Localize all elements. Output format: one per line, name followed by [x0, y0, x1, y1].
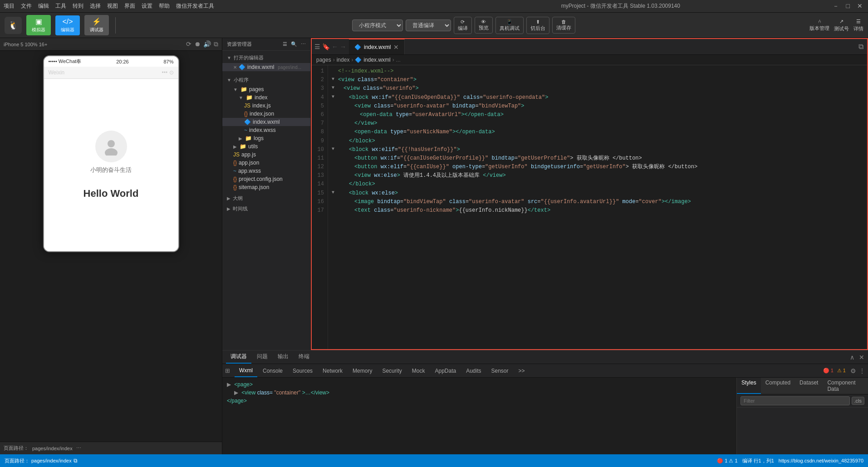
status-path-value[interactable]: pages/index/index [31, 458, 72, 463]
dt-tab-audits[interactable]: Audits [461, 364, 485, 377]
menu-interface[interactable]: 界面 [124, 2, 135, 10]
debug-tab-problems[interactable]: 问题 [252, 350, 272, 364]
folder-logs[interactable]: ▶ 📁 logs [222, 134, 310, 142]
debug-tab-output[interactable]: 输出 [273, 350, 293, 364]
maximize-button[interactable]: □ [844, 2, 852, 10]
dt-tab-console[interactable]: Console [258, 364, 287, 377]
computed-tab[interactable]: Computed [761, 378, 795, 394]
bc-index[interactable]: index [337, 57, 350, 63]
debug-tab-terminal[interactable]: 终端 [294, 350, 314, 364]
explorer-more-icon[interactable]: ⋯ [301, 41, 306, 47]
file-index-json[interactable]: {} index.json [222, 110, 310, 118]
code-area[interactable]: 1 2 3 4 5 6 7 8 9 10 11 12 13 14 [312, 65, 867, 349]
wxss-icon-2: ~ [233, 168, 236, 174]
simulator-button[interactable]: ▣ 模拟器 [26, 15, 51, 35]
menu-wechat-tools[interactable]: 微信开发者工具 [176, 2, 214, 10]
tree-item-view[interactable]: ▶ <view class= "container" >…</view> [227, 389, 732, 397]
timeline-title[interactable]: ▶ 时间线 [222, 204, 310, 214]
minimize-button[interactable]: － [831, 2, 841, 10]
editor-button[interactable]: </> 编辑器 [55, 15, 80, 35]
file-index-wxss[interactable]: ~ index.wxss [222, 126, 310, 134]
simulator-label: 模拟器 [32, 27, 45, 33]
compile-button[interactable]: ⟳ 编译 [454, 17, 472, 34]
status-errors[interactable]: 🔴 1 ⚠ 1 [717, 458, 737, 464]
background-button[interactable]: ⬆ 切后台 [526, 17, 549, 34]
file-index-js[interactable]: JS index.js [222, 102, 310, 110]
tab-settings-icon[interactable]: ☰ [314, 43, 320, 50]
dt-tab-sensor[interactable]: Sensor [487, 364, 513, 377]
tree-item-page[interactable]: ▶ <page> [227, 380, 732, 389]
split-editor-icon[interactable]: ⧉ [855, 43, 867, 51]
devtools-screen-icon[interactable]: ⊞ [225, 367, 230, 374]
status-more-icon[interactable]: ⋯ [76, 445, 81, 451]
outline-arrow: ▶ [227, 196, 230, 201]
bc-pages[interactable]: pages [316, 57, 331, 63]
preview-button[interactable]: 👁 预览 [475, 17, 493, 34]
dt-tab-network[interactable]: Network [318, 364, 347, 377]
file-project-config[interactable]: {} project.config.json [222, 175, 310, 183]
real-debug-button[interactable]: 📱 真机调试 [495, 17, 524, 34]
audio-icon[interactable]: 🔊 [203, 40, 211, 48]
details-button[interactable]: ☰ 详情 [853, 19, 863, 32]
menu-view[interactable]: 视图 [107, 2, 118, 10]
record-icon[interactable]: ⏺ [194, 40, 201, 48]
menu-select[interactable]: 选择 [90, 2, 101, 10]
explorer-menu-icon[interactable]: ☰ [283, 41, 287, 47]
open-editors-title[interactable]: ▼ 打开的编辑器 [222, 53, 310, 63]
dt-tab-sources[interactable]: Sources [288, 364, 317, 377]
rotate-icon[interactable]: ⟳ [186, 40, 191, 48]
outline-title[interactable]: ▶ 大纲 [222, 193, 310, 204]
bc-filename[interactable]: index.wxml [363, 57, 390, 63]
menu-tools[interactable]: 工具 [55, 2, 66, 10]
dt-tab-memory[interactable]: Memory [348, 364, 377, 377]
devtools-more-icon[interactable]: ⋮ [859, 367, 865, 375]
debug-tab-debugger[interactable]: 调试器 [226, 350, 251, 364]
close-button[interactable]: ✕ [855, 2, 864, 10]
tab-nav-back[interactable]: ← [332, 43, 338, 50]
dt-tab-mock[interactable]: Mock [407, 364, 430, 377]
dt-tab-security[interactable]: Security [378, 364, 406, 377]
devtools-settings-icon[interactable]: ⚙ [850, 367, 856, 375]
folder-index[interactable]: ▼ 📁 index [222, 93, 310, 102]
dt-tab-more[interactable]: >> [514, 364, 530, 377]
tab-bookmark-icon[interactable]: 🔖 [322, 43, 330, 50]
explorer-search-icon[interactable]: 🔍 [291, 41, 297, 47]
tab-nav-forward[interactable]: → [340, 43, 346, 50]
styles-filter-input[interactable] [740, 396, 850, 405]
menu-help[interactable]: 帮助 [159, 2, 170, 10]
tab-index-wxml[interactable]: 🔷 index.wxml ✕ [349, 39, 405, 54]
debugger-button[interactable]: ⚡ 调试器 [84, 15, 109, 35]
miniprogram-title[interactable]: ▼ 小程序 [222, 75, 310, 85]
file-sitemap[interactable]: {} sitemap.json [222, 183, 310, 191]
tab-close-button[interactable]: ✕ [393, 44, 399, 51]
panel-collapse-icon[interactable]: ∧ [850, 354, 854, 361]
file-app-json[interactable]: {} app.json [222, 159, 310, 167]
file-app-js[interactable]: JS app.js [222, 151, 310, 159]
menu-settings[interactable]: 设置 [142, 2, 152, 10]
dataset-tab[interactable]: Dataset [795, 378, 823, 394]
file-app-wxss[interactable]: ~ app.wxss [222, 167, 310, 175]
clear-cache-button[interactable]: 🗑 清缓存 [552, 17, 575, 34]
folder-pages[interactable]: ▼ 📁 pages [222, 85, 310, 93]
dt-tab-wxml[interactable]: Wxml [235, 364, 257, 377]
styles-tab[interactable]: Styles [737, 378, 761, 394]
folder-icon-index: 📁 [246, 94, 253, 101]
file-x-icon[interactable]: ✕ [233, 65, 237, 70]
menu-edit[interactable]: 编辑 [38, 2, 49, 10]
folder-utils[interactable]: ▶ 📁 utils [222, 142, 310, 151]
menu-goto[interactable]: 转到 [73, 2, 83, 10]
dt-tab-appdata[interactable]: AppData [430, 364, 461, 377]
open-file-index-wxml[interactable]: ✕ 🔷 index.wxml pages\ind... [222, 63, 310, 71]
copy-icon[interactable]: ⧉ [214, 40, 218, 48]
menu-project[interactable]: 项目 [4, 2, 15, 10]
status-copy-icon[interactable]: ⧉ [74, 457, 78, 464]
file-index-wxml[interactable]: 🔷 index.wxml [222, 118, 310, 126]
test-account-button[interactable]: ↗ 测试号 [834, 19, 849, 32]
version-mgmt-button[interactable]: ⑃ 版本管理 [809, 19, 829, 32]
compile-select[interactable]: 普通编译 [406, 19, 451, 31]
menu-file[interactable]: 文件 [21, 2, 32, 10]
panel-close-icon[interactable]: ✕ [859, 354, 864, 361]
cls-button[interactable]: .cls [852, 397, 865, 405]
mode-select[interactable]: 小程序模式 [352, 19, 403, 31]
component-data-tab[interactable]: Component Data [823, 378, 868, 394]
